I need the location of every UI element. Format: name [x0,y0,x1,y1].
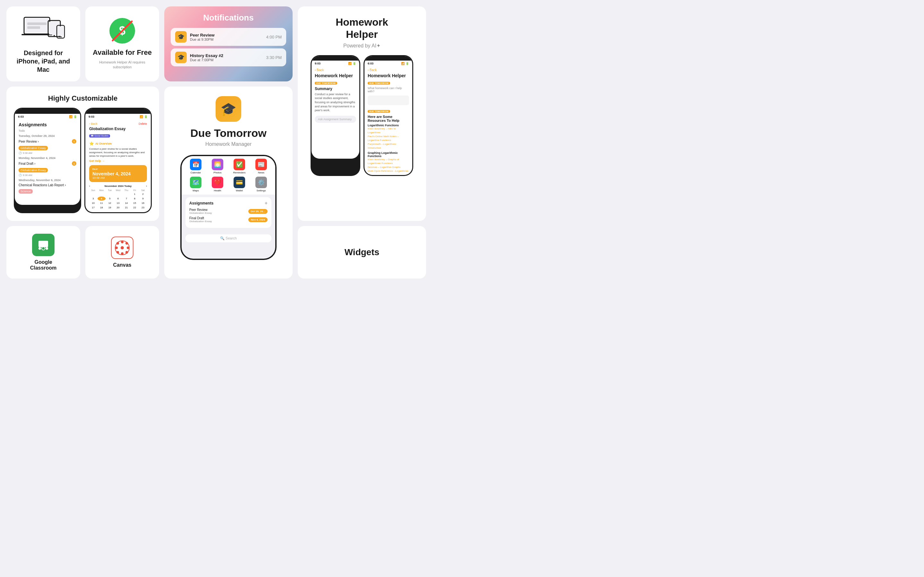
hw-phones: 9:03 📶 🔋 ‹ Back Homework Helper DUE TOMO… [304,55,420,176]
svg-point-14 [42,247,45,250]
card-devices: Designed for iPhone, iPad, and Mac [6,6,80,81]
news-app-icon: 📰 [255,159,267,170]
maps-app-icon: 🗺️ [190,177,202,188]
notif-time-2: 3:30 PM [266,55,282,60]
card-customizable: Highly Customizable 6:03 📶 🔋 Assignments… [6,87,159,221]
card-widgets: Widgets [298,226,426,279]
notif-icon-2: 🎓 [175,52,187,63]
svg-point-18 [121,246,124,250]
wallet-app-icon: 💳 [234,177,245,188]
svg-point-7 [53,35,55,36]
app-title: Due Tomorrow [190,127,266,139]
card-homework-helper: HomeworkHelper Powered by AI✦ 9:03 📶 🔋 ‹… [298,6,426,221]
notifications-title: Notifications [171,13,286,23]
notif-time-1: 4:00 PM [266,35,282,39]
svg-rect-9 [58,26,63,36]
svg-rect-12 [39,241,48,247]
svg-point-22 [127,247,129,249]
svg-rect-2 [27,23,47,25]
svg-point-23 [116,242,119,245]
svg-rect-3 [27,26,40,29]
widgets-label: Widgets [344,247,380,258]
ask-bar: Ask Assignment Summary [315,116,356,123]
card-canvas: Canvas [86,226,159,279]
notif-icon-1: 🎓 [175,31,187,43]
notif-due-2: Due at 7:00PM [190,58,266,62]
svg-point-20 [121,252,124,255]
reminders-app-icon: ✅ [234,159,245,170]
svg-point-16 [45,247,48,250]
hw-phone-2: 6:03 📶 🔋 ‹ Back Homework Helper DUE TOMO… [363,55,413,176]
custom-phone-1: 6:03 📶 🔋 Assignments Todo Tuesday, Octob… [14,108,81,213]
svg-rect-10 [59,37,62,37]
svg-point-15 [39,247,41,250]
google-classroom-icon [32,234,55,256]
card-google-classroom: GoogleClassroom [6,226,80,279]
svg-rect-1 [25,19,48,33]
assignments-widget: Assignments + Peer Review Globalization … [186,197,271,228]
svg-point-21 [115,247,118,249]
widget-task-1: Peer Review Globalization Essay Oct 29, … [189,208,268,214]
hw-helper-title: HomeworkHelper [304,16,420,41]
slash-icon [111,20,133,42]
notif-name-1: Peer Review [190,33,266,37]
svg-point-24 [126,251,128,253]
card-due-tomorrow: 🎓 Due Tomorrow Homework Manager 📅 Calend… [164,87,292,279]
svg-point-25 [126,242,128,245]
photos-app-icon: 🌅 [212,159,223,170]
hw-helper-subtitle: Powered by AI✦ [304,43,420,49]
notif-item-2: 🎓 History Essay #2 Due at 7:00PM 3:30 PM [171,48,286,66]
phone-widget-frame: 📅 Calendar 🌅 Photos ✅ Reminders 📰 News [180,155,276,260]
notif-due-1: Due at 9:30PM [190,37,266,41]
card-notifications: Notifications 🎓 Peer Review Due at 9:30P… [164,6,292,81]
app-icon: 🎓 [216,96,241,122]
free-title: Available for Free [93,48,152,57]
google-classroom-title: GoogleClassroom [30,259,57,271]
notif-item-1: 🎓 Peer Review Due at 9:30PM 4:00 PM [171,28,286,46]
settings-app-icon: ⚙️ [255,177,267,188]
svg-point-26 [116,251,119,253]
canvas-icon [111,237,134,259]
devices-title: Designed for iPhone, iPad, and Mac [13,49,74,74]
customizable-title: Highly Customizable [13,94,153,103]
canvas-title: Canvas [113,262,132,268]
due-badge-1: DUE TOMORROW [315,82,337,85]
app-subtitle: Homework Manager [205,141,252,147]
svg-point-19 [121,241,124,243]
health-app-icon: ❤️ [212,177,223,188]
card-free: $ Available for Free Homework Helper AI … [86,6,159,81]
custom-phones: 6:03 📶 🔋 Assignments Todo Tuesday, Octob… [13,108,153,213]
custom-phone-2: 9:03 📶 🔋 ‹ Back Delete Globalization Ess… [84,108,152,213]
hw-phone-1: 9:03 📶 🔋 ‹ Back Homework Helper DUE TOMO… [310,55,360,176]
free-icon: $ [110,18,135,44]
devices-icon [21,14,66,44]
calendar-app-icon: 📅 [190,159,202,170]
ios-search-bar[interactable]: 🔍 Search [186,234,271,242]
free-subtitle: Homework Helper AI requires subscription [92,60,153,70]
widget-task-2: Final Draft Globalization Essay Nov 4, 2… [189,216,268,223]
notif-name-2: History Essay #2 [190,53,266,58]
due-badge-2: DUE TOMORROW [368,82,390,85]
